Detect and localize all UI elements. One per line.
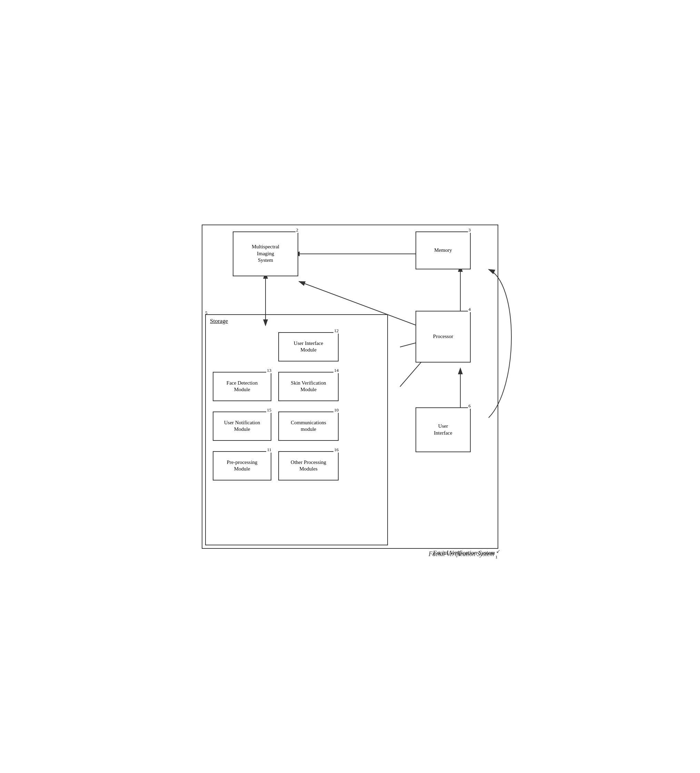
preprocessing-box: 11 Pre-processingModule [213,451,271,480]
svm-label: Skin VerificationModule [291,380,326,393]
unm-ref: 15 [266,407,272,413]
user-interface-module-box: 12 User InterfaceModule [278,332,338,362]
unm-label: User NotificationModule [224,419,260,433]
mis-ref: 2 [296,227,299,233]
user-interface-box: 6 UserInterface [416,407,471,452]
storage-box: 5 Storage 12 User InterfaceModule 13 Fac… [205,314,388,545]
fdm-ref: 13 [266,368,272,373]
memory-box: 3 Memory [416,232,471,270]
multispectral-box: 2 MultispectralImagingSystem [233,232,298,276]
processor-label: Processor [433,333,453,340]
system-title-ref: 1 [496,554,498,560]
opm-label: Other ProcessingModules [291,459,326,472]
opm-ref: 16 [334,447,339,453]
system-title-label: Facial Verification System [433,549,495,556]
face-detection-box: 13 Face DetectionModule [213,372,271,401]
ui-ref: 6 [468,403,472,409]
svm-ref: 14 [334,368,339,373]
comm-ref: 10 [334,407,339,413]
ppm-label: Pre-processingModule [227,459,257,472]
system-ref: ↙ [496,548,500,554]
uim-label: User InterfaceModule [294,340,323,354]
fdm-label: Face DetectionModule [227,380,258,393]
other-processing-box: 16 Other ProcessingModules [278,451,338,480]
communications-box: 10 Communicationsmodule [278,411,338,441]
user-notification-box: 15 User NotificationModule [213,411,271,441]
memory-ref: 3 [468,227,472,233]
comm-label: Communicationsmodule [291,419,326,433]
memory-label: Memory [434,247,452,254]
uim-ref: 12 [334,328,339,334]
ui-label: UserInterface [434,423,452,436]
mis-label: MultispectralImagingSystem [252,243,279,264]
ppm-ref: 11 [266,447,272,453]
processor-box: 4 Processor [416,311,471,362]
storage-ref: 5 [205,310,208,316]
processor-ref: 4 [468,307,472,312]
diagram-wrapper: Facial Verification System ↙ [195,214,505,559]
skin-verification-box: 14 Skin VerificationModule [278,372,338,401]
storage-label: Storage [210,318,228,325]
